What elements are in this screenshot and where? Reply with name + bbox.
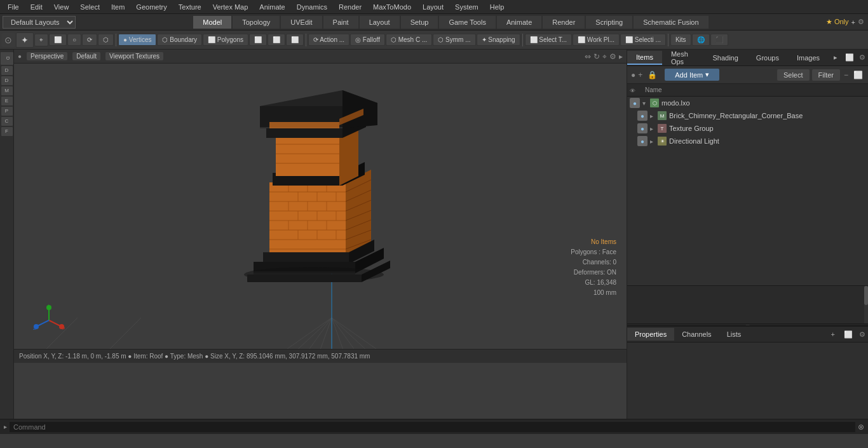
tool-hex[interactable]: ⬡ (98, 34, 114, 46)
items-add-icon[interactable]: + (638, 71, 642, 79)
sidebar-icon-5[interactable]: E (1, 97, 13, 105)
add-item-button[interactable]: Add Item ▾ (665, 69, 719, 81)
tab-render[interactable]: Render (543, 16, 585, 29)
tool-polygons[interactable]: ⬜ Polygons (203, 34, 248, 46)
viewport[interactable]: ● Perspective Default Viewport Textures … (14, 50, 627, 419)
tool-box[interactable]: ⬜ (49, 34, 67, 46)
menu-dynamics[interactable]: Dynamics (292, 2, 332, 12)
list-item-mesh[interactable]: ● ▸ M Brick_Chimney_Rectangular_Corner_B… (627, 109, 868, 122)
layout-dropdown[interactable]: Default Layouts (3, 16, 76, 29)
tool-selecti[interactable]: ⬜ Selecti ... (620, 34, 666, 46)
items-scrollbar[interactable] (864, 286, 868, 323)
scene-canvas[interactable]: X Y Z No Items Polygons : Face Channels:… (14, 64, 627, 349)
sidebar-icon-4[interactable]: M (1, 86, 13, 95)
tool-mesh[interactable]: ⬡ Mesh C ... (386, 34, 432, 46)
items-panel-settings[interactable]: ⚙ (857, 53, 868, 62)
sidebar-icon-6[interactable]: P (1, 107, 13, 116)
command-clear-icon[interactable]: ⊗ (858, 423, 864, 431)
menu-system[interactable]: System (450, 2, 484, 12)
item-expand-mesh[interactable]: ▸ (650, 112, 658, 119)
items-filter-button[interactable]: Filter (812, 69, 840, 81)
tab-shading[interactable]: Shading (703, 51, 747, 64)
items-collapse-icon[interactable]: ⬜ (852, 69, 864, 81)
tool-work-pl[interactable]: ⬜ Work Pl... (573, 34, 620, 46)
vp-icon-more[interactable]: ▸ (619, 52, 623, 61)
tool-globe[interactable]: 🌐 (692, 34, 710, 46)
tab-paint[interactable]: Paint (323, 16, 358, 29)
add-layout-button[interactable]: + (851, 18, 855, 26)
list-item-light[interactable]: ● ▸ ☀ Directional Light (627, 135, 868, 147)
tool-vertices[interactable]: ● Vertices (118, 34, 156, 46)
menu-texture[interactable]: Texture (173, 2, 207, 12)
tab-images[interactable]: Images (788, 51, 829, 64)
sidebar-icon-8[interactable]: F (1, 127, 13, 136)
items-panel-expand[interactable]: ⬜ (843, 53, 857, 62)
tab-groups[interactable]: Groups (747, 51, 788, 64)
menu-select[interactable]: Select (75, 2, 105, 12)
tab-mesh-ops[interactable]: Mesh Ops (662, 48, 704, 68)
menu-layout[interactable]: Layout (417, 2, 449, 12)
tool-circle2[interactable]: ○ (67, 34, 81, 46)
items-vis-toggle[interactable]: ● (631, 71, 635, 79)
tool-expand[interactable]: ⬛ (710, 34, 728, 46)
tool-select-mode[interactable]: ⌖ (34, 34, 48, 46)
vp-icon-arrows[interactable]: ⇔ (585, 52, 591, 61)
settings-icon[interactable]: ⚙ (858, 18, 864, 26)
tool-snapping[interactable]: ✦ Snapping (477, 34, 520, 46)
sidebar-icon-3[interactable]: D (1, 76, 13, 85)
menu-render[interactable]: Render (334, 2, 367, 12)
menu-edit[interactable]: Edit (25, 2, 48, 12)
tab-game-tools[interactable]: Game Tools (439, 16, 496, 29)
viewport-perspective[interactable]: Perspective (27, 52, 67, 60)
menu-maxtomodo[interactable]: MaxToModo (368, 2, 416, 12)
item-expand-texture[interactable]: ▸ (650, 125, 658, 132)
tab-model[interactable]: Model (193, 16, 231, 29)
list-item-texture[interactable]: ● ▸ T Texture Group (627, 122, 868, 135)
vp-icon-refresh[interactable]: ↻ (593, 52, 600, 61)
tab-schematic-fusion[interactable]: Schematic Fusion (634, 16, 708, 29)
items-lock-icon[interactable]: 🔒 (648, 71, 657, 79)
tool-falloff[interactable]: ◎ Falloff (350, 34, 385, 46)
sidebar-icon-2[interactable]: D (1, 66, 13, 75)
menu-help[interactable]: Help (485, 2, 510, 12)
tool-symmetry[interactable]: ⬡ Symm ... (433, 34, 475, 46)
tool-rotate[interactable]: ⟳ (82, 34, 97, 46)
tool-square2[interactable]: ⬜ (268, 34, 285, 46)
menu-item[interactable]: Item (106, 2, 130, 12)
items-list[interactable]: ● ▾ ⬡ modo.lxo ● ▸ M Brick_Chimney_Recta… (627, 97, 868, 285)
menu-vertex-map[interactable]: Vertex Map (208, 2, 254, 12)
menu-geometry[interactable]: Geometry (131, 2, 172, 12)
props-settings-icon[interactable]: ⚙ (857, 329, 868, 340)
tab-uvedit[interactable]: UVEdit (281, 16, 322, 29)
viewport-textures[interactable]: Viewport Textures (105, 52, 163, 60)
tab-properties[interactable]: Properties (627, 328, 674, 341)
item-expand-light[interactable]: ▸ (650, 138, 658, 145)
tool-boundary[interactable]: ⬡ Boundary (157, 34, 202, 46)
props-tab-plus[interactable]: + (826, 329, 840, 339)
menu-animate[interactable]: Animate (254, 2, 290, 12)
sidebar-icon-7[interactable]: C (1, 117, 13, 126)
tab-layout[interactable]: Layout (360, 16, 400, 29)
item-vis-mesh[interactable]: ● (637, 111, 648, 121)
props-expand-icon[interactable]: ⬜ (841, 329, 855, 340)
vp-icon-settings[interactable]: ⚙ (609, 52, 616, 61)
items-scrollbar-thumb[interactable] (864, 286, 868, 305)
menu-file[interactable]: File (3, 2, 24, 12)
tool-circle[interactable]: ⊙ (1, 33, 15, 47)
items-tab-plus[interactable]: ▸ (829, 52, 843, 63)
item-expand-root[interactable]: ▾ (642, 100, 650, 107)
tool-action[interactable]: ⟳ Action ... (308, 34, 349, 46)
items-minus-icon[interactable]: − (843, 69, 850, 81)
item-vis-root[interactable]: ● (630, 98, 640, 108)
command-input[interactable] (10, 422, 855, 432)
tab-channels[interactable]: Channels (674, 328, 719, 341)
item-vis-texture[interactable]: ● (637, 123, 648, 133)
viewport-default[interactable]: Default (72, 52, 100, 60)
tool-square3[interactable]: ⬜ (286, 34, 304, 46)
vp-icon-zoom[interactable]: ⌖ (602, 52, 607, 61)
tool-square1[interactable]: ⬜ (249, 34, 267, 46)
star-only-button[interactable]: ★ Only (826, 18, 849, 26)
list-item-root[interactable]: ● ▾ ⬡ modo.lxo (627, 97, 868, 109)
sidebar-icon-1[interactable]: D (1, 52, 13, 65)
tab-topology[interactable]: Topology (233, 16, 280, 29)
